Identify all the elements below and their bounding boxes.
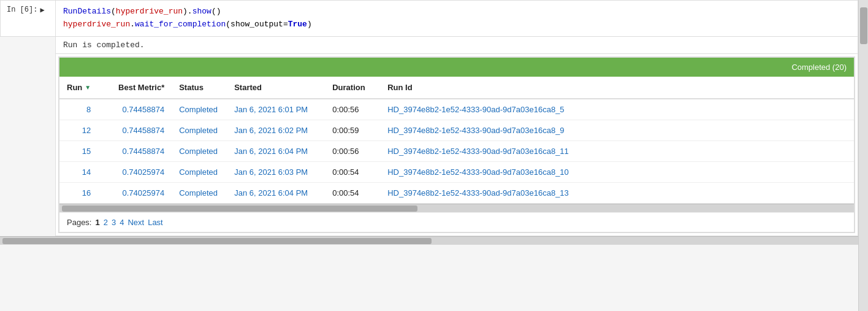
cell-runid: HD_3974e8b2-1e52-4333-90ad-9d7a03e16ca8_…: [380, 99, 854, 120]
sort-arrow-run: ▼: [85, 84, 91, 91]
runs-table: Run ▼ Best Metric* Status Started Durati…: [59, 77, 854, 204]
code-line-2: hyperdrive_run.wait_for_completion(show_…: [63, 18, 850, 31]
cell-metric: 0.74458874: [98, 99, 172, 120]
cell-duration: 0:00:56: [325, 99, 380, 120]
page-3[interactable]: 3: [112, 218, 116, 227]
cell-run: 14: [59, 161, 98, 182]
widget-container: Completed (20) Run ▼: [58, 56, 855, 233]
col-header-started[interactable]: Started: [227, 77, 325, 99]
cell-started: Jan 6, 2021 6:04 PM: [227, 182, 325, 203]
cell-metric: 0.74025974: [98, 182, 172, 203]
cell-status: Completed: [172, 120, 227, 140]
col-header-best-metric[interactable]: Best Metric*: [98, 77, 172, 99]
col-header-run-id[interactable]: Run Id: [380, 77, 854, 99]
page-1[interactable]: 1: [95, 218, 99, 227]
output-area: Run is completed. Completed (20): [55, 37, 858, 236]
col-header-run[interactable]: Run ▼: [59, 77, 98, 99]
col-header-status[interactable]: Status: [172, 77, 227, 99]
vertical-scrollbar[interactable]: [858, 0, 868, 311]
cell-runid: HD_3974e8b2-1e52-4333-90ad-9d7a03e16ca8_…: [380, 140, 854, 161]
code-func-1: RunDetails: [63, 7, 111, 16]
table-row: 14 0.74025974 Completed Jan 6, 2021 6:03…: [59, 161, 854, 182]
cell-status: Completed: [172, 99, 227, 120]
cell-run: 12: [59, 120, 98, 140]
col-header-duration[interactable]: Duration: [325, 77, 380, 99]
bottom-scrollbar[interactable]: [0, 236, 858, 245]
cell-code: RunDetails(hyperdrive_run).show() hyperd…: [56, 1, 858, 36]
cell-run: 16: [59, 182, 98, 203]
cell-label: In [6]:: [7, 6, 37, 14]
cell-duration: 0:00:54: [325, 161, 380, 182]
cell-started: Jan 6, 2021 6:02 PM: [227, 120, 325, 140]
cell-runid: HD_3974e8b2-1e52-4333-90ad-9d7a03e16ca8_…: [380, 182, 854, 203]
hscroll-thumb[interactable]: [62, 205, 417, 212]
notebook-view: In [6]: ▶ RunDetails(hyperdrive_run).sho…: [0, 0, 868, 311]
horizontal-scrollbar[interactable]: [59, 204, 854, 212]
bottom-hscroll-thumb[interactable]: [2, 238, 432, 244]
table-header: Run ▼ Best Metric* Status Started Durati…: [59, 77, 854, 99]
table-row: 12 0.74458874 Completed Jan 6, 2021 6:02…: [59, 120, 854, 140]
table-row: 16 0.74025974 Completed Jan 6, 2021 6:04…: [59, 182, 854, 203]
table-body: 8 0.74458874 Completed Jan 6, 2021 6:01 …: [59, 99, 854, 204]
completed-banner: Run is completed.: [56, 37, 858, 54]
cell-runid: HD_3974e8b2-1e52-4333-90ad-9d7a03e16ca8_…: [380, 161, 854, 182]
cell-metric: 0.74458874: [98, 120, 172, 140]
progress-label: Completed (20): [791, 63, 847, 72]
cell-run: 8: [59, 99, 98, 120]
code-line-1: RunDetails(hyperdrive_run).show(): [63, 6, 850, 18]
cell-started: Jan 6, 2021 6:03 PM: [227, 161, 325, 182]
table-row: 8 0.74458874 Completed Jan 6, 2021 6:01 …: [59, 99, 854, 120]
header-row: Run ▼ Best Metric* Status Started Durati…: [59, 77, 854, 99]
pages-label: Pages:: [67, 218, 91, 227]
cell-started: Jan 6, 2021 6:04 PM: [227, 140, 325, 161]
page-last[interactable]: Last: [148, 218, 163, 227]
progress-header: Completed (20): [59, 58, 854, 77]
cell-gutter: In [6]: ▶: [1, 1, 56, 36]
cell-metric: 0.74025974: [98, 161, 172, 182]
page-2[interactable]: 2: [104, 218, 108, 227]
cell-runid: HD_3974e8b2-1e52-4333-90ad-9d7a03e16ca8_…: [380, 120, 854, 140]
run-indicator: ▶: [40, 6, 44, 15]
cell-status: Completed: [172, 161, 227, 182]
cell-duration: 0:00:56: [325, 140, 380, 161]
left-content: In [6]: ▶ RunDetails(hyperdrive_run).sho…: [0, 0, 858, 311]
vscroll-thumb[interactable]: [860, 7, 867, 44]
notebook-cell: In [6]: ▶ RunDetails(hyperdrive_run).sho…: [0, 0, 858, 37]
page-4[interactable]: 4: [120, 218, 124, 227]
pagination-bar: Pages: 1 2 3 4 Next Last: [59, 212, 854, 232]
cell-duration: 0:00:59: [325, 120, 380, 140]
cell-status: Completed: [172, 140, 227, 161]
cell-started: Jan 6, 2021 6:01 PM: [227, 99, 325, 120]
runs-table-wrapper[interactable]: Run ▼ Best Metric* Status Started Durati…: [59, 77, 854, 204]
cell-duration: 0:00:54: [325, 182, 380, 203]
completed-message: Run is completed.: [63, 40, 145, 50]
cell-run: 15: [59, 140, 98, 161]
table-row: 15 0.74458874 Completed Jan 6, 2021 6:04…: [59, 140, 854, 161]
cell-status: Completed: [172, 182, 227, 203]
page-next[interactable]: Next: [128, 218, 144, 227]
cell-metric: 0.74458874: [98, 140, 172, 161]
